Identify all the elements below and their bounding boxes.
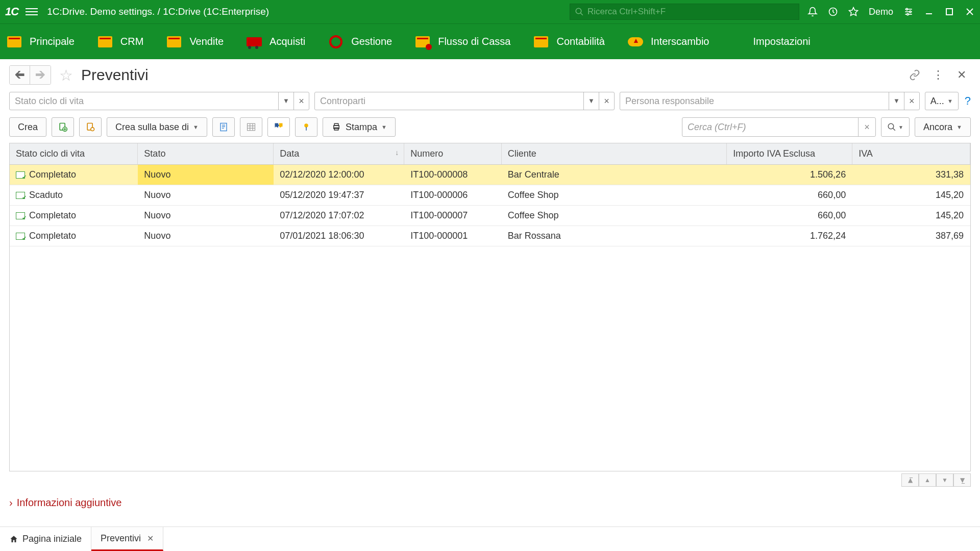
pin-button[interactable] <box>295 117 317 137</box>
table-row[interactable]: CompletatoNuovo07/12/2020 17:07:02IT100-… <box>10 206 970 226</box>
nav-label: Impostazioni <box>753 36 811 47</box>
nav-interscambio[interactable]: Interscambio <box>627 35 709 49</box>
clear-search-icon[interactable]: × <box>858 118 875 136</box>
nav-crm[interactable]: CRM <box>97 35 144 49</box>
global-search[interactable] <box>570 4 799 20</box>
filter-a-label: A... <box>930 96 944 107</box>
chevron-down-icon[interactable]: ▼ <box>889 92 904 110</box>
filter-lifecycle-input[interactable] <box>10 96 278 107</box>
minimize-icon[interactable] <box>924 7 934 17</box>
table-row[interactable]: CompletatoNuovo07/01/2021 18:06:30IT100-… <box>10 226 970 246</box>
create-button[interactable]: Crea <box>9 117 46 137</box>
nav-vendite[interactable]: Vendite <box>166 35 224 49</box>
nav-gestione[interactable]: Gestione <box>328 35 392 49</box>
print-button[interactable]: Stampa▼ <box>323 117 396 137</box>
cell-status: Nuovo <box>138 165 274 185</box>
puzzle-button[interactable] <box>267 117 290 137</box>
col-lifecycle[interactable]: Stato ciclo di vita <box>10 143 138 165</box>
svg-line-35 <box>893 128 895 131</box>
more-label: Ancora <box>923 122 952 133</box>
create-based-label: Crea sulla base di <box>115 122 189 133</box>
nav-principale[interactable]: Principale <box>6 35 75 49</box>
filter-lifecycle[interactable]: ▼ × <box>9 92 309 110</box>
col-date[interactable]: Data↓ <box>274 143 404 165</box>
svg-rect-24 <box>248 123 255 131</box>
forward-button[interactable]: 🡲 <box>30 66 51 84</box>
nav-down-icon[interactable]: ▼ <box>936 473 953 487</box>
cell-vat: 145,20 <box>852 185 970 206</box>
tab-home[interactable]: Pagina iniziale <box>0 527 91 551</box>
print-label: Stampa <box>346 122 377 133</box>
filter-a-button[interactable]: A...▼ <box>925 92 959 110</box>
cell-date: 07/01/2021 18:06:30 <box>274 226 404 246</box>
cell-lifecycle: Completato <box>10 165 138 185</box>
cell-date: 07/12/2020 17:07:02 <box>274 206 404 226</box>
settings-icon[interactable] <box>903 7 914 17</box>
col-amount[interactable]: Importo IVA Esclusa <box>727 143 852 165</box>
clear-icon[interactable]: × <box>599 92 614 110</box>
cell-vat: 145,20 <box>852 206 970 226</box>
table-search[interactable]: × <box>682 117 876 137</box>
table-search-input[interactable] <box>682 122 858 133</box>
cell-status: Nuovo <box>138 206 274 226</box>
user-label[interactable]: Demo <box>869 7 893 17</box>
col-date-label: Data <box>280 148 299 159</box>
filter-responsible[interactable]: ▼ × <box>620 92 920 110</box>
table-row[interactable]: ScadutoNuovo05/12/2020 19:47:37IT100-000… <box>10 185 970 206</box>
cell-customer: Bar Rossana <box>501 226 727 246</box>
chevron-down-icon[interactable]: ▼ <box>278 92 293 110</box>
doc-settings-button[interactable] <box>79 117 102 137</box>
search-button[interactable]: ▼ <box>881 117 910 137</box>
close-window-icon[interactable] <box>965 7 975 17</box>
history-icon[interactable] <box>828 7 838 17</box>
nav-impostazioni[interactable]: Impostazioni <box>732 35 811 49</box>
col-customer[interactable]: Cliente <box>501 143 727 165</box>
nav-last-icon[interactable]: ▼̲ <box>953 473 971 487</box>
nav-label: CRM <box>120 36 144 47</box>
nav-contabilita[interactable]: Contabilità <box>533 35 605 49</box>
chevron-down-icon[interactable]: ▼ <box>583 92 599 110</box>
table-row[interactable]: CompletatoNuovo02/12/2020 12:00:00IT100-… <box>10 165 970 185</box>
star-icon[interactable] <box>848 7 859 17</box>
cell-date: 05/12/2020 19:47:37 <box>274 185 404 206</box>
close-page-icon[interactable]: ✕ <box>952 66 971 84</box>
nav-first-icon[interactable]: ▲̅ <box>901 473 919 487</box>
bottom-tabs: Pagina iniziale Preventivi ✕ <box>0 527 980 551</box>
nav-flusso[interactable]: Flusso di Cassa <box>414 35 510 49</box>
hamburger-icon[interactable] <box>26 6 38 18</box>
global-search-input[interactable] <box>587 7 795 17</box>
report-button[interactable] <box>212 117 235 137</box>
nav-up-icon[interactable]: ▲ <box>919 473 936 487</box>
more-button[interactable]: Ancora▼ <box>915 117 971 137</box>
filter-responsible-input[interactable] <box>620 96 889 107</box>
table-nav: ▲̅ ▲ ▼ ▼̲ <box>9 473 971 487</box>
col-vat[interactable]: IVA <box>852 143 970 165</box>
cell-customer: Bar Centrale <box>501 165 727 185</box>
bell-icon[interactable] <box>807 7 818 17</box>
main-nav: Principale CRM Vendite Acquisti Gestione… <box>0 23 980 59</box>
grid-button[interactable] <box>240 117 262 137</box>
maximize-icon[interactable] <box>944 7 954 17</box>
col-status[interactable]: Stato <box>138 143 274 165</box>
col-number[interactable]: Numero <box>404 143 502 165</box>
clear-icon[interactable]: × <box>904 92 919 110</box>
tab-preventivi[interactable]: Preventivi ✕ <box>91 527 163 551</box>
nav-acquisti[interactable]: Acquisti <box>246 35 305 49</box>
nav-label: Gestione <box>351 36 392 47</box>
create-based-button[interactable]: Crea sulla base di▼ <box>107 117 207 137</box>
favorite-star-icon[interactable]: ☆ <box>59 66 73 84</box>
filters-row: ▼ × ▼ × ▼ × A...▼ ? <box>9 92 971 110</box>
link-icon[interactable] <box>905 66 924 84</box>
kebab-menu-icon[interactable]: ⋮ <box>929 66 947 84</box>
help-icon[interactable]: ? <box>965 94 971 108</box>
copy-doc-button[interactable] <box>52 117 74 137</box>
clear-icon[interactable]: × <box>293 92 309 110</box>
filter-counterparty-input[interactable] <box>315 96 583 107</box>
additional-info-link[interactable]: › Informazioni aggiuntive <box>9 497 971 509</box>
tab-close-icon[interactable]: ✕ <box>147 534 154 543</box>
back-button[interactable]: 🡰 <box>10 66 30 84</box>
cell-lifecycle: Scaduto <box>10 185 138 206</box>
nav-label: Principale <box>30 36 75 47</box>
filter-counterparty[interactable]: ▼ × <box>314 92 615 110</box>
svg-point-7 <box>906 8 908 10</box>
